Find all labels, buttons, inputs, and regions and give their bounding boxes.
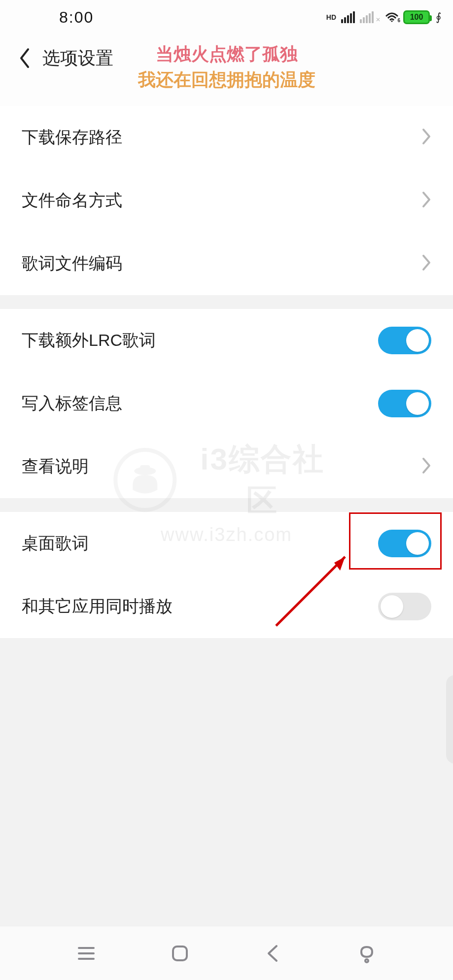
row-download-lrc: 下载额外LRC歌词 — [0, 309, 453, 372]
row-file-naming[interactable]: 文件命名方式 — [0, 169, 453, 232]
hd-indicator: HD — [326, 14, 336, 21]
label-file-naming: 文件命名方式 — [22, 189, 122, 212]
label-write-tags: 写入标签信息 — [22, 392, 122, 415]
signal-2-icon: ✕ — [360, 11, 381, 23]
toggle-desktop-lyric[interactable] — [378, 530, 431, 557]
status-icons: HD ✕ 6 100 ∮ — [326, 10, 441, 24]
wifi-gen: 6 — [397, 18, 400, 23]
label-lyric-encoding: 歌词文件编码 — [22, 252, 122, 275]
label-download-lrc: 下载额外LRC歌词 — [22, 329, 156, 352]
row-play-with-others: 和其它应用同时播放 — [0, 575, 453, 638]
svg-point-9 — [365, 959, 368, 962]
status-bar: 8:00 HD ✕ 6 100 ∮ — [0, 0, 453, 34]
section-lrc: 下载额外LRC歌词 写入标签信息 查看说明 — [0, 309, 453, 498]
section-file: 下载保存路径 文件命名方式 歌词文件编码 — [0, 106, 453, 295]
row-download-path[interactable]: 下载保存路径 — [0, 106, 453, 169]
label-view-help: 查看说明 — [22, 455, 89, 478]
nav-back-button[interactable] — [258, 939, 288, 968]
wifi-icon: 6 — [385, 12, 398, 22]
nav-home-button[interactable] — [165, 939, 195, 968]
system-navbar — [0, 926, 453, 980]
toggle-download-lrc[interactable] — [378, 327, 431, 354]
section-play: 桌面歌词 和其它应用同时播放 — [0, 512, 453, 638]
label-desktop-lyric: 桌面歌词 — [22, 532, 89, 555]
edge-swipe-handle[interactable] — [446, 675, 453, 764]
back-button[interactable] — [14, 43, 35, 73]
chevron-right-icon — [421, 254, 431, 273]
signal-1-icon — [341, 11, 355, 23]
svg-rect-8 — [173, 946, 187, 960]
row-view-help[interactable]: 查看说明 — [0, 435, 453, 498]
chevron-right-icon — [421, 191, 431, 210]
charging-icon: ∮ — [436, 11, 441, 24]
label-download-path: 下载保存路径 — [22, 126, 122, 149]
row-lyric-encoding[interactable]: 歌词文件编码 — [0, 232, 453, 295]
row-write-tags: 写入标签信息 — [0, 372, 453, 435]
svg-point-0 — [391, 20, 392, 22]
battery-icon: 100 — [403, 10, 430, 24]
battery-level: 100 — [410, 13, 423, 22]
toggle-write-tags[interactable] — [378, 390, 431, 417]
chevron-right-icon — [421, 457, 431, 476]
label-play-with-others: 和其它应用同时播放 — [22, 595, 173, 618]
chevron-right-icon — [421, 128, 431, 147]
nav-assistant-button[interactable] — [352, 939, 382, 968]
nav-recents-button[interactable] — [71, 939, 101, 968]
header: 选项设置 当烛火点燃了孤独 我还在回想拥抱的温度 — [0, 34, 453, 106]
page-title: 选项设置 — [42, 43, 113, 73]
status-time: 8:00 — [59, 8, 94, 27]
row-desktop-lyric: 桌面歌词 — [0, 512, 453, 575]
toggle-play-with-others[interactable] — [378, 593, 431, 620]
